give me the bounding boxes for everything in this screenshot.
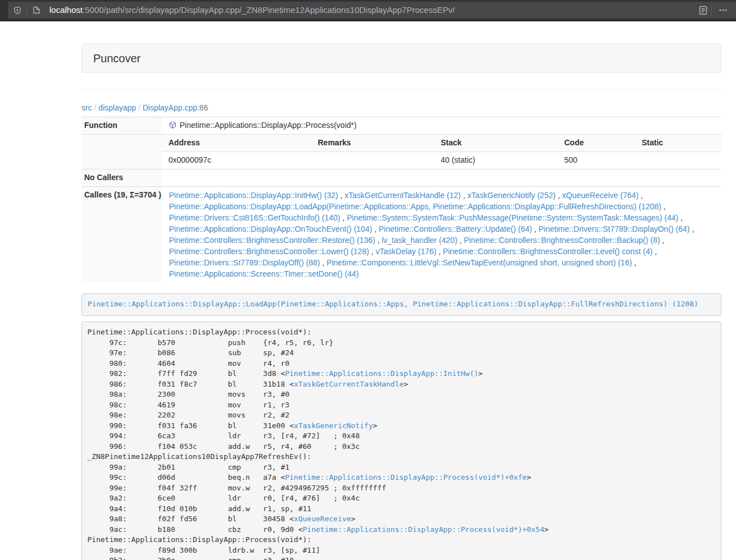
asm-symbol-link[interactable]: xQueueReceive xyxy=(294,515,351,523)
asm-symbol-link[interactable]: Pinetime::Applications::DisplayApp::Init… xyxy=(285,369,478,378)
breadcrumb-separator: / xyxy=(136,103,143,112)
callees-line: Pinetime::Controllers::BrightnessControl… xyxy=(169,246,719,257)
callees-line: Pinetime::Applications::DisplayApp::Init… xyxy=(169,190,719,201)
detail-row-label xyxy=(81,134,163,169)
divider-rule xyxy=(81,89,721,90)
browser-toolbar: localhost:5000/path/src/displayapp/Displ… xyxy=(0,0,736,21)
callees-row: Callees (19, Σ=3704 ) Pinetime::Applicat… xyxy=(81,186,721,282)
url-host: localhost xyxy=(49,5,83,15)
column-header-address: Address xyxy=(163,135,312,152)
menu-dots-icon[interactable] xyxy=(719,6,728,15)
column-header-code: Code xyxy=(559,135,636,152)
function-table: Function Pinetime::Applications::Display… xyxy=(81,117,721,282)
column-header-static: Static xyxy=(636,135,721,152)
page-icon[interactable] xyxy=(33,6,40,14)
selected-callee-panel: Pinetime::Applications::DisplayApp::Load… xyxy=(81,293,721,316)
callee-link[interactable]: xTaskGenericNotify (252) xyxy=(467,191,555,200)
asm-symbol-link[interactable]: Pinetime::Applications::DisplayApp::Proc… xyxy=(285,473,527,481)
callee-link[interactable]: Pinetime::Controllers::BrightnessControl… xyxy=(443,247,652,256)
url-bar[interactable]: localhost:5000/path/src/displayapp/Displ… xyxy=(8,2,736,19)
detail-cell-static xyxy=(636,152,721,168)
callees-line: Pinetime::Controllers::BrightnessControl… xyxy=(169,235,719,246)
callee-link[interactable]: xTaskGetCurrentTaskHandle (12) xyxy=(345,191,461,200)
breadcrumb-link-src[interactable]: src xyxy=(81,103,92,112)
app-header-panel: Puncover xyxy=(81,44,721,73)
callee-link[interactable]: Pinetime::Controllers::BrightnessControl… xyxy=(169,247,369,256)
callee-link[interactable]: Pinetime::Drivers::St7789::DisplayOff() … xyxy=(169,258,320,267)
url-path: :5000/path/src/displayapp/DisplayApp.cpp… xyxy=(83,5,455,15)
callee-link[interactable]: Pinetime::System::SystemTask::PushMessag… xyxy=(347,213,679,222)
callees-line: Pinetime::Drivers::Cst816S::GetTouchInfo… xyxy=(169,212,719,223)
callee-link[interactable]: Pinetime::Drivers::Cst816S::GetTouchInfo… xyxy=(169,213,340,222)
callees-line: Pinetime::Applications::DisplayApp::Load… xyxy=(169,201,719,212)
breadcrumb-line-number: :86 xyxy=(197,103,208,112)
selected-callee-link[interactable]: Pinetime::Applications::DisplayApp::Load… xyxy=(88,300,698,308)
callee-link[interactable]: Pinetime::Applications::DisplayApp::OnTo… xyxy=(169,224,372,233)
callee-link[interactable]: Pinetime::Controllers::BrightnessControl… xyxy=(464,236,660,245)
callee-link[interactable]: Pinetime::Controllers::Battery::Update()… xyxy=(379,224,532,233)
breadcrumb: src / displayapp / DisplayApp.cpp:86 xyxy=(81,102,721,113)
asm-symbol-link[interactable]: Pinetime::Applications::DisplayApp::Proc… xyxy=(303,525,544,534)
callee-link[interactable]: lv_task_handler (420) xyxy=(382,236,458,245)
detail-cell-remarks xyxy=(312,152,435,168)
function-detail-row: AddressRemarksStackCodeStatic 0x0000097c… xyxy=(81,134,721,169)
asm-symbol-link[interactable]: xTaskGetCurrentTaskHandle xyxy=(294,380,404,388)
breadcrumb-link-displayapp[interactable]: displayapp xyxy=(98,103,136,112)
column-header-remarks: Remarks xyxy=(312,135,435,152)
function-row-label: Function xyxy=(81,117,163,135)
symbol-icon xyxy=(169,121,176,129)
breadcrumb-link-DisplayApp.cpp[interactable]: DisplayApp.cpp xyxy=(143,103,197,112)
disassembly: Pinetime::Applications::DisplayApp::Proc… xyxy=(81,322,721,560)
toolbar-divider2 xyxy=(711,4,712,16)
function-detail-table: AddressRemarksStackCodeStatic 0x0000097c… xyxy=(163,135,721,169)
no-callers-label: No Callers xyxy=(81,169,163,186)
callee-link[interactable]: Pinetime::Drivers::St7789::DisplayOn() (… xyxy=(538,224,689,233)
callee-link[interactable]: Pinetime::Applications::DisplayApp::Init… xyxy=(169,191,338,200)
detail-cell-address: 0x0000097c xyxy=(163,152,312,168)
app-title: Puncover xyxy=(93,51,141,67)
detail-header-row: AddressRemarksStackCodeStatic xyxy=(163,135,721,152)
callee-link[interactable]: Pinetime::Controllers::BrightnessControl… xyxy=(169,236,375,245)
breadcrumb-separator: / xyxy=(92,103,99,112)
function-name: Pinetime::Applications::DisplayApp::Proc… xyxy=(180,121,356,130)
callers-row: No Callers xyxy=(81,169,721,186)
asm-symbol-link[interactable]: xTaskGenericNotify xyxy=(294,421,373,430)
toolbar-divider xyxy=(26,4,27,16)
callees-label: Callees (19, Σ=3704 ) xyxy=(81,186,163,282)
shield-icon[interactable] xyxy=(13,6,21,15)
callees-line: Pinetime::Applications::Screens::Timer::… xyxy=(169,268,719,279)
callee-link[interactable]: Pinetime::Components::LittleVgl::SetNewT… xyxy=(327,258,632,267)
callee-link[interactable]: vTaskDelay (176) xyxy=(376,247,436,256)
callees-cell: Pinetime::Applications::DisplayApp::Init… xyxy=(163,186,721,282)
function-row: Function Pinetime::Applications::Display… xyxy=(81,117,721,135)
callee-link[interactable]: xQueueReceive (764) xyxy=(562,191,638,200)
callees-line: Pinetime::Applications::DisplayApp::OnTo… xyxy=(169,223,719,235)
detail-data-row: 0x0000097c40 (static)500 xyxy=(163,152,721,168)
url-text[interactable]: localhost:5000/path/src/displayapp/Displ… xyxy=(49,4,455,16)
column-header-stack: Stack xyxy=(435,135,559,152)
callee-link[interactable]: Pinetime::Applications::DisplayApp::Load… xyxy=(169,202,661,211)
page-container: Puncover src / displayapp / DisplayApp.c… xyxy=(81,44,721,560)
function-name-cell: Pinetime::Applications::DisplayApp::Proc… xyxy=(163,117,721,135)
detail-cell-code: 500 xyxy=(559,152,636,168)
callees-line: Pinetime::Drivers::St7789::DisplayOff() … xyxy=(169,257,719,268)
reader-mode-icon[interactable] xyxy=(699,6,707,15)
detail-cell-stack: 40 (static) xyxy=(435,152,559,168)
callee-link[interactable]: Pinetime::Applications::Screens::Timer::… xyxy=(169,269,359,278)
callers-cell xyxy=(163,169,721,186)
